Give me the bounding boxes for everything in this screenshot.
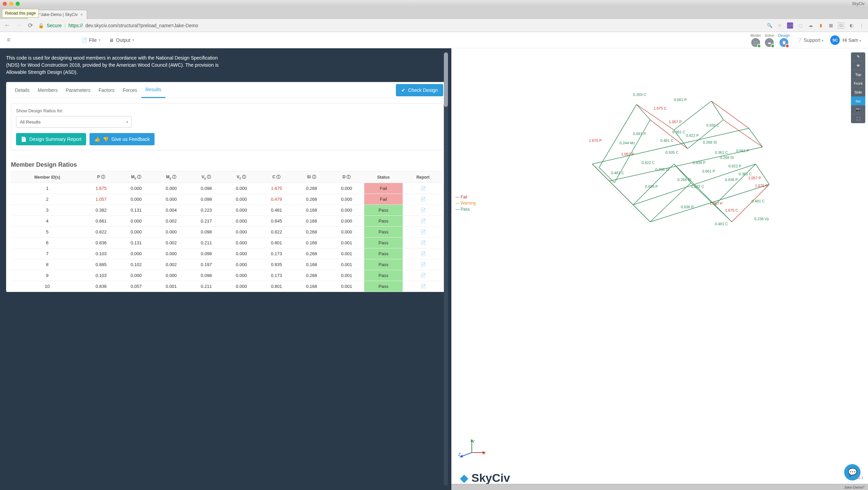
mode-solve-button[interactable]: ☁: [765, 38, 774, 47]
extension-icon[interactable]: G: [838, 22, 844, 29]
cell-report[interactable]: 📄: [403, 227, 443, 238]
col-sl[interactable]: Sl ⓘ: [294, 172, 329, 183]
browser-menu-icon[interactable]: ⋮: [858, 22, 865, 29]
extension-icon[interactable]: ▮: [818, 22, 824, 29]
view-top[interactable]: Top: [851, 70, 865, 79]
window-minimize-icon[interactable]: [9, 2, 13, 6]
report-icon[interactable]: 📄: [420, 240, 426, 245]
extension-icon[interactable]: ☁︎: [807, 22, 814, 29]
nav-reload-icon[interactable]: ⟳: [27, 22, 34, 29]
table-row[interactable]: 70.1030.0000.0000.0980.0000.1730.2680.00…: [11, 248, 443, 259]
window-zoom-icon[interactable]: [16, 2, 20, 6]
col-report[interactable]: Report: [403, 172, 443, 183]
user-avatar[interactable]: SC: [830, 35, 840, 45]
col-status[interactable]: Status: [364, 172, 403, 183]
extension-icon[interactable]: ▦: [828, 22, 834, 29]
ratios-select[interactable]: All Results ▾: [16, 116, 132, 128]
col-member[interactable]: Member ID(s): [11, 172, 84, 183]
col-c[interactable]: C ⓘ: [259, 172, 294, 183]
table-row[interactable]: 50.8220.0000.0000.0980.0000.8220.2680.00…: [11, 227, 443, 238]
table-row[interactable]: 60.8360.1310.0020.2110.0000.8010.1680.00…: [11, 238, 443, 248]
col-vy[interactable]: Vy ⓘ: [189, 172, 224, 183]
report-icon[interactable]: 📄: [420, 284, 426, 289]
pencil-tool-icon[interactable]: ✎: [851, 52, 865, 61]
col-my[interactable]: My ⓘ: [154, 172, 189, 183]
cell-sl: 0.268: [294, 194, 329, 205]
info-icon[interactable]: ⓘ: [276, 175, 280, 179]
camera-icon[interactable]: 📷: [851, 105, 865, 114]
cell-report[interactable]: 📄: [403, 248, 443, 259]
report-icon[interactable]: 📄: [420, 197, 426, 202]
table-row[interactable]: 100.8360.0570.0010.2110.0000.8010.1680.0…: [11, 281, 443, 292]
cell-report[interactable]: 📄: [403, 259, 443, 270]
table-row[interactable]: 21.0570.0000.0000.0980.0000.4790.2680.00…: [11, 194, 443, 205]
info-icon[interactable]: ⓘ: [137, 175, 141, 179]
tab-details[interactable]: Details: [11, 83, 34, 98]
col-d[interactable]: D ⓘ: [329, 172, 364, 183]
cell-report[interactable]: 📄: [403, 194, 443, 205]
window-close-icon[interactable]: [3, 2, 7, 6]
mode-design-button[interactable]: 📋: [779, 38, 788, 47]
url-display[interactable]: 🔒 Secure | https://dev.skyciv.com/struct…: [38, 23, 762, 28]
cell-report[interactable]: 📄: [403, 183, 443, 194]
menu-file[interactable]: 📄 File ▾: [81, 37, 101, 43]
report-icon[interactable]: 📄: [420, 251, 426, 256]
view-iso[interactable]: Iso: [851, 97, 865, 105]
report-icon[interactable]: 📄: [420, 186, 426, 191]
support-link[interactable]: ❔ Support ▾: [797, 37, 823, 43]
mode-model-button[interactable]: ⬚: [751, 38, 760, 47]
report-icon[interactable]: 📄: [420, 273, 426, 278]
table-row[interactable]: 90.1030.0000.0000.0980.0000.1730.2680.00…: [11, 270, 443, 281]
extension-icon[interactable]: ◐: [848, 22, 854, 29]
check-design-button[interactable]: ✔ Check Design: [396, 84, 443, 96]
menu-output[interactable]: 🖥 Output ▾: [109, 37, 134, 43]
info-icon[interactable]: ⓘ: [172, 175, 176, 179]
table-row[interactable]: 80.8850.1020.0020.1970.0000.9350.1680.00…: [11, 259, 443, 270]
view-side[interactable]: Side: [851, 88, 865, 97]
bookmark-icon[interactable]: ☆: [777, 22, 783, 29]
extension-icon[interactable]: ◌: [797, 22, 803, 29]
info-icon[interactable]: ⓘ: [347, 175, 351, 179]
report-icon[interactable]: 📄: [420, 218, 426, 224]
truss-model[interactable]: 0.359 C1.675 C0.661 P1.675 P0.244 Mz1.05…: [455, 62, 845, 252]
eye-tool-icon[interactable]: 👁: [851, 61, 865, 70]
table-row[interactable]: 40.6610.0000.0020.2170.0000.6450.1680.00…: [11, 216, 443, 227]
cell-report[interactable]: 📄: [403, 270, 443, 281]
cell-report[interactable]: 📄: [403, 216, 443, 227]
check-icon: ✔: [401, 87, 405, 93]
tab-forces[interactable]: Forces: [118, 83, 141, 98]
nav-back-icon[interactable]: ←: [3, 22, 11, 29]
give-feedback-button[interactable]: 👍 👎 Give us Feedback: [90, 133, 155, 145]
user-menu[interactable]: Hi Sam ▾: [842, 37, 861, 43]
cell-report[interactable]: 📄: [403, 205, 443, 216]
hamburger-menu-icon[interactable]: ≡: [4, 36, 13, 44]
info-icon[interactable]: ⓘ: [101, 175, 105, 179]
cell-report[interactable]: 📄: [403, 238, 443, 248]
tab-members[interactable]: Members: [34, 83, 62, 98]
col-vz[interactable]: Vz ⓘ: [224, 172, 259, 183]
fullscreen-icon[interactable]: ⛶: [851, 114, 865, 123]
info-icon[interactable]: ⓘ: [312, 175, 316, 179]
report-icon[interactable]: 📄: [420, 208, 426, 213]
tab-parameters[interactable]: Parameters: [62, 83, 94, 98]
tab-factors[interactable]: Factors: [95, 83, 119, 98]
report-icon[interactable]: 📄: [420, 229, 426, 234]
info-icon[interactable]: ⓘ: [242, 175, 246, 179]
tab-results[interactable]: Results: [141, 82, 165, 98]
cell-vy: 0.098: [189, 194, 224, 205]
col-mz[interactable]: Mz ⓘ: [119, 172, 154, 183]
search-icon[interactable]: 🔍: [767, 22, 773, 29]
col-p[interactable]: P ⓘ: [84, 172, 119, 183]
design-summary-report-button[interactable]: 📄 Design Summary Report: [16, 133, 86, 145]
lighthouse-extension-icon[interactable]: LH: [787, 22, 793, 29]
cell-report[interactable]: 📄: [403, 281, 443, 292]
panel-scrollbar[interactable]: [444, 52, 448, 486]
model-viewport[interactable]: 0.359 C1.675 C0.661 P1.675 P0.244 Mz1.05…: [451, 48, 868, 490]
report-icon[interactable]: 📄: [420, 262, 426, 267]
info-icon[interactable]: ⓘ: [207, 175, 211, 179]
table-row[interactable]: 11.6750.0000.0000.0980.0001.6750.2680.00…: [11, 183, 443, 194]
table-row[interactable]: 30.3820.1310.0040.2230.0000.4810.1680.00…: [11, 205, 443, 216]
tab-close-icon[interactable]: ×: [80, 12, 83, 17]
nav-forward-icon[interactable]: →: [15, 22, 22, 29]
view-front[interactable]: Front: [851, 79, 865, 88]
